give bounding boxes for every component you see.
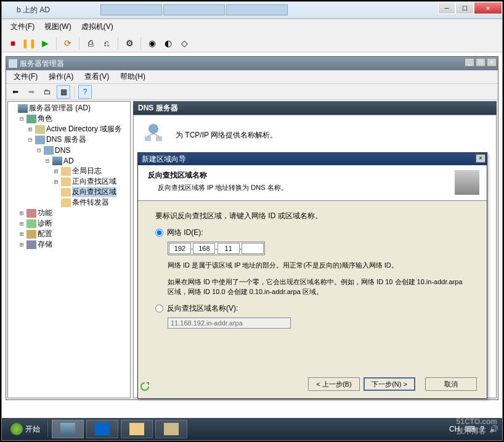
tree-toggle[interactable]: ⊞ xyxy=(18,220,25,227)
lang-indicator[interactable]: CH xyxy=(449,425,460,433)
tree-ad-node[interactable]: AD xyxy=(63,157,74,165)
tree-dns-server[interactable]: DNS 服务器 xyxy=(46,134,86,145)
play-icon[interactable]: ▶ xyxy=(39,37,51,49)
inner-title-bar: 服务器管理器 _ □ × xyxy=(6,57,498,70)
maximize-button[interactable]: ☐ xyxy=(455,2,474,14)
menu-vm[interactable]: 虚拟机(V) xyxy=(78,20,117,33)
tree-toggle[interactable]: ⊟ xyxy=(26,136,34,143)
tree-reverse-zone[interactable]: 反向查找区域 xyxy=(72,187,116,197)
properties-icon[interactable]: 🗀 xyxy=(41,85,54,99)
tool1-icon[interactable]: ⚙ xyxy=(123,37,136,49)
tree-features[interactable]: 功能 xyxy=(38,208,52,218)
log-icon xyxy=(61,167,71,176)
tree-dns[interactable]: DNS xyxy=(55,146,70,155)
wizard-close-button[interactable]: × xyxy=(476,154,486,163)
radio-zone-name[interactable] xyxy=(155,305,163,313)
help-icon[interactable]: ? xyxy=(78,85,92,99)
refresh-icon[interactable]: ⟳ xyxy=(62,37,74,49)
revert-icon[interactable]: ⎌ xyxy=(100,37,113,49)
inner-menu-view[interactable]: 查看(V) xyxy=(79,70,114,83)
folder-icon xyxy=(61,198,71,207)
ip-octet-1[interactable] xyxy=(169,243,191,254)
ad-node-icon xyxy=(52,157,62,165)
inner-menu-help[interactable]: 帮助(H) xyxy=(115,70,150,83)
snapshot-icon[interactable]: ⎙ xyxy=(84,37,97,49)
server-icon xyxy=(18,104,28,113)
dns-intro-icon xyxy=(141,123,166,147)
wizard-note-2: 如果在网络 ID 中使用了一个零，它会出现在区域名称中。例如，网络 ID 10 … xyxy=(168,277,469,297)
taskbar: 开始 CH ⌨ ? 🔊 xyxy=(2,418,502,440)
view-mode-icon[interactable]: ▦ xyxy=(57,85,70,99)
inner-menu-file[interactable]: 文件(F) xyxy=(9,70,43,83)
browser-tab-3[interactable] xyxy=(226,4,288,15)
ip-octet-2[interactable] xyxy=(193,243,215,254)
inner-close-button[interactable]: × xyxy=(487,58,497,67)
tree-toggle[interactable]: ⊞ xyxy=(52,178,60,185)
inner-minimize-button[interactable]: _ xyxy=(465,58,474,67)
tree-toggle[interactable]: ⊟ xyxy=(44,157,51,164)
tree-toggle[interactable]: ⊞ xyxy=(18,241,25,248)
tree-config[interactable]: 配置 xyxy=(38,229,52,239)
dns-server-icon xyxy=(35,136,45,144)
ip-octet-4[interactable] xyxy=(242,243,264,254)
tree-storage[interactable]: 存储 xyxy=(38,239,52,250)
tree-root[interactable]: 服务器管理器 (AD) xyxy=(29,103,91,113)
tree-toggle[interactable]: ⊞ xyxy=(18,231,25,237)
ad-icon xyxy=(35,125,45,134)
browser-tab-2[interactable] xyxy=(163,4,225,15)
tray-keyboard-icon[interactable]: ⌨ xyxy=(465,425,475,433)
tree-ad[interactable]: Active Directory 域服务 xyxy=(46,124,122,134)
svg-rect-2 xyxy=(156,136,162,141)
tray-help-icon[interactable]: ? xyxy=(480,425,484,433)
browser-tab-1[interactable] xyxy=(100,4,162,15)
tree-cond-forward[interactable]: 条件转发器 xyxy=(72,197,109,208)
inner-menu-bar: 文件(F) 操作(A) 查看(V) 帮助(H) xyxy=(6,70,498,84)
task-item-explorer[interactable] xyxy=(121,420,153,438)
outer-menu-bar: 文件(F) 视图(W) 虚拟机(V) xyxy=(2,19,502,34)
features-icon xyxy=(26,209,36,218)
start-label: 开始 xyxy=(25,424,40,435)
tree-global-log[interactable]: 全局日志 xyxy=(72,166,102,176)
tree-diagnostics[interactable]: 诊断 xyxy=(38,218,52,229)
tool3-icon[interactable]: ◐ xyxy=(162,37,174,49)
roles-icon xyxy=(26,115,36,123)
forward-icon[interactable]: ➡ xyxy=(25,85,38,99)
new-zone-wizard: 新建区域向导 × 反向查找区域名称 反向查找区域将 IP 地址转换为 DNS 名… xyxy=(137,152,487,399)
tool2-icon[interactable]: ◉ xyxy=(146,37,158,49)
stop-icon[interactable]: ■ xyxy=(7,37,19,49)
inner-menu-action[interactable]: 操作(A) xyxy=(44,70,78,83)
minimize-button[interactable]: ─ xyxy=(438,2,455,14)
wizard-prompt: 要标识反向查找区域，请键入网络 ID 或区域名称。 xyxy=(155,211,469,221)
close-button[interactable]: ✕ xyxy=(474,2,502,14)
task-item-server-manager[interactable] xyxy=(52,420,84,438)
cancel-button[interactable]: 取消 xyxy=(425,377,477,391)
tree-toggle[interactable]: ⊞ xyxy=(52,168,60,174)
tree-toggle[interactable]: ⊟ xyxy=(35,147,43,153)
radio-network-id-label: 网络 ID(E): xyxy=(167,227,203,238)
back-icon[interactable]: ⬅ xyxy=(9,85,22,99)
tool4-icon[interactable]: ◇ xyxy=(178,37,190,49)
outer-window-title: b 上的 AD xyxy=(2,5,50,15)
task-item-powershell[interactable] xyxy=(86,420,118,438)
radio-network-id[interactable] xyxy=(155,229,163,237)
tree-toggle[interactable]: ⊟ xyxy=(18,115,25,122)
next-button[interactable]: 下一步(N) > xyxy=(364,377,415,391)
back-button[interactable]: < 上一步(B) xyxy=(308,377,360,391)
task-item-app[interactable] xyxy=(155,420,187,438)
pause-icon[interactable]: ❚❚ xyxy=(23,37,35,49)
tree-toggle[interactable]: ⊞ xyxy=(26,126,34,133)
tree-panel: 服务器管理器 (AD) ⊟角色 ⊞Active Directory 域服务 ⊟D… xyxy=(7,101,131,398)
tree-roles[interactable]: 角色 xyxy=(38,113,52,124)
wizard-header-icon xyxy=(455,170,479,195)
server-manager-icon xyxy=(9,59,17,68)
tray-volume-icon[interactable]: 🔊 xyxy=(489,425,498,433)
outer-title-bar: b 上的 AD ─ ☐ ✕ xyxy=(2,2,502,19)
start-button[interactable]: 开始 xyxy=(6,422,45,436)
menu-file[interactable]: 文件(F) xyxy=(7,20,38,33)
inner-maximize-button[interactable]: □ xyxy=(476,58,486,67)
tree-forward-zone[interactable]: 正向查找区域 xyxy=(72,176,116,187)
menu-view[interactable]: 视图(W) xyxy=(41,20,75,33)
tree-toggle[interactable]: ⊞ xyxy=(18,210,25,216)
storage-icon xyxy=(26,240,36,249)
ip-octet-3[interactable] xyxy=(217,243,240,254)
